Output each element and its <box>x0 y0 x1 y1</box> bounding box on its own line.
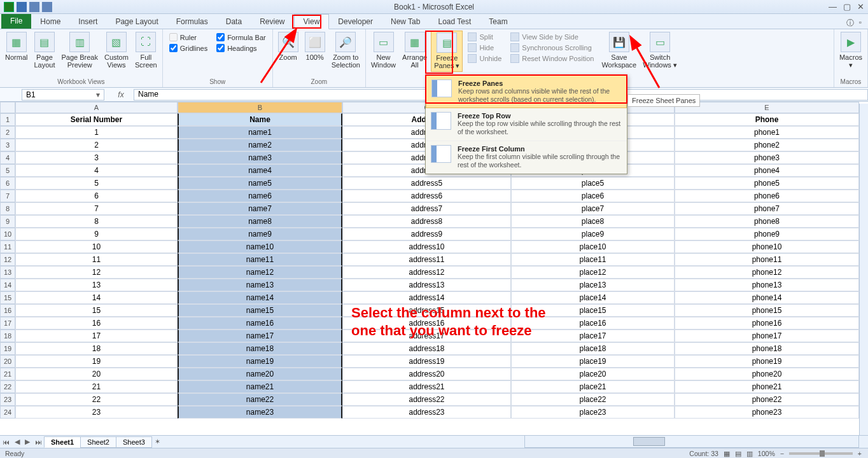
cell[interactable]: name2 <box>178 139 342 151</box>
cell[interactable]: name20 <box>178 368 342 380</box>
cell[interactable]: Serial Number <box>15 113 178 126</box>
sheet-nav-prev[interactable]: ◀ <box>12 438 22 446</box>
cell[interactable]: phone14 <box>675 291 859 304</box>
cell[interactable]: address8 <box>342 215 511 228</box>
row-header[interactable]: 17 <box>0 317 15 330</box>
cell[interactable]: address11 <box>342 253 511 266</box>
freeze-panes-button[interactable]: ▤Freeze Panes ▾ <box>431 31 463 72</box>
cell[interactable]: Name <box>178 113 342 126</box>
cell[interactable]: place9 <box>511 228 675 240</box>
cell[interactable]: phone12 <box>675 266 859 279</box>
cell[interactable]: name18 <box>178 342 342 355</box>
cell[interactable]: place14 <box>511 291 675 304</box>
row-header[interactable]: 1 <box>0 113 15 126</box>
cell[interactable]: place18 <box>511 342 675 355</box>
cell[interactable]: address7 <box>342 202 511 215</box>
zoom-100-button[interactable]: ⬜100% <box>302 31 328 62</box>
cell[interactable]: 13 <box>15 279 178 291</box>
cell[interactable]: place22 <box>511 393 675 406</box>
cell[interactable]: 12 <box>15 266 178 279</box>
cell[interactable]: phone6 <box>675 190 859 202</box>
restore-icon[interactable]: ▢ <box>843 2 851 11</box>
ruler-checkbox[interactable]: Ruler <box>169 33 207 41</box>
row-header[interactable]: 24 <box>0 406 15 419</box>
tab-load-test[interactable]: Load Test <box>429 15 480 29</box>
cell[interactable]: 6 <box>15 190 178 202</box>
cell[interactable]: address6 <box>342 190 511 202</box>
new-sheet-icon[interactable]: ✶ <box>152 438 163 446</box>
redo-icon[interactable] <box>42 2 52 12</box>
col-header-E[interactable]: E <box>675 102 859 113</box>
cell[interactable]: address10 <box>342 240 511 253</box>
row-header[interactable]: 21 <box>0 368 15 380</box>
full-screen-button[interactable]: ⛶Full Screen <box>132 31 160 70</box>
tab-data[interactable]: Data <box>217 15 251 29</box>
unhide-button[interactable]: Unhide <box>465 53 504 64</box>
row-header[interactable]: 13 <box>0 266 15 279</box>
row-header[interactable]: 9 <box>0 215 15 228</box>
cell[interactable]: address21 <box>342 380 511 393</box>
tab-review[interactable]: Review <box>251 15 293 29</box>
row-header[interactable]: 22 <box>0 380 15 393</box>
vertical-scrollbar[interactable] <box>859 104 868 435</box>
switch-windows-button[interactable]: ▭Switch Windows ▾ <box>640 31 680 71</box>
cell[interactable]: phone18 <box>675 342 859 355</box>
custom-views-button[interactable]: ▧Custom Views <box>102 31 131 70</box>
tab-home[interactable]: Home <box>31 15 69 29</box>
freeze-option-0[interactable]: Freeze PanesKeep rows and columns visibl… <box>426 75 627 108</box>
file-tab[interactable]: File <box>1 13 31 29</box>
cell[interactable]: phone19 <box>675 355 859 368</box>
arrange-all-button[interactable]: ▦Arrange All <box>400 31 430 70</box>
zoom-level[interactable]: 100% <box>758 450 775 457</box>
side-by-side-button[interactable]: View Side by Side <box>508 32 596 42</box>
cell[interactable]: phone11 <box>675 253 859 266</box>
cell[interactable]: phone7 <box>675 202 859 215</box>
cell[interactable]: 16 <box>15 317 178 330</box>
row-header[interactable]: 14 <box>0 279 15 291</box>
row-header[interactable]: 23 <box>0 393 15 406</box>
cell[interactable]: place6 <box>511 190 675 202</box>
tab-formulas[interactable]: Formulas <box>167 15 217 29</box>
row-header[interactable]: 15 <box>0 291 15 304</box>
view-break-icon[interactable]: ▥ <box>746 450 753 457</box>
zoom-selection-button[interactable]: 🔎Zoom to Selection <box>329 31 363 70</box>
cell[interactable]: phone4 <box>675 164 859 177</box>
row-header[interactable]: 20 <box>0 355 15 368</box>
cell[interactable]: name21 <box>178 380 342 393</box>
cell[interactable]: Phone <box>675 113 859 126</box>
cell[interactable]: name7 <box>178 202 342 215</box>
sheet-tab-sheet2[interactable]: Sheet2 <box>80 436 116 448</box>
cell[interactable]: name15 <box>178 304 342 317</box>
page-break-button[interactable]: ▥Page Break Preview <box>59 31 100 70</box>
cell[interactable]: name8 <box>178 215 342 228</box>
row-header[interactable]: 11 <box>0 240 15 253</box>
cell[interactable]: name1 <box>178 126 342 139</box>
cell[interactable]: 19 <box>15 355 178 368</box>
cell[interactable]: phone22 <box>675 393 859 406</box>
cell[interactable]: 8 <box>15 215 178 228</box>
tab-view[interactable]: View <box>294 14 330 29</box>
row-header[interactable]: 7 <box>0 190 15 202</box>
cell[interactable]: phone5 <box>675 177 859 190</box>
cell[interactable]: phone13 <box>675 279 859 291</box>
cell[interactable]: phone10 <box>675 240 859 253</box>
freeze-option-2[interactable]: Freeze First ColumnKeep the first column… <box>426 141 627 174</box>
cell[interactable]: address23 <box>342 406 511 419</box>
tab-new-tab[interactable]: New Tab <box>382 15 429 29</box>
undo-icon[interactable] <box>29 2 39 12</box>
cell[interactable]: name9 <box>178 228 342 240</box>
row-header[interactable]: 6 <box>0 177 15 190</box>
cell[interactable]: 11 <box>15 253 178 266</box>
sheet-tab-sheet1[interactable]: Sheet1 <box>44 436 81 448</box>
help-icon[interactable]: ⓘ <box>846 18 854 29</box>
tab-team[interactable]: Team <box>480 15 516 29</box>
cell[interactable]: 9 <box>15 228 178 240</box>
hide-button[interactable]: Hide <box>465 43 504 53</box>
cell[interactable]: 17 <box>15 330 178 342</box>
select-all-corner[interactable] <box>0 102 15 113</box>
cell[interactable]: place10 <box>511 240 675 253</box>
cell[interactable]: phone15 <box>675 304 859 317</box>
cell[interactable]: address19 <box>342 355 511 368</box>
reset-pos-button[interactable]: Reset Window Position <box>508 53 596 64</box>
cell[interactable]: name17 <box>178 330 342 342</box>
